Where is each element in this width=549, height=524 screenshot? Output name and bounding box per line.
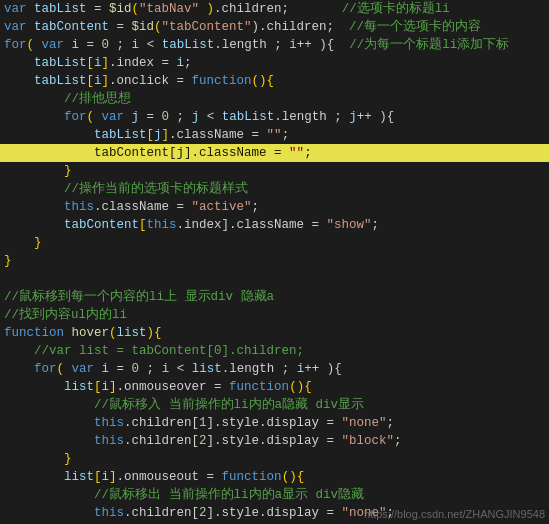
code-token: for (34, 362, 57, 376)
code-token: //排他思想 (4, 92, 131, 106)
code-token: tabContent (64, 218, 139, 232)
code-token: $id (109, 2, 132, 16)
code-token: ].style.display = (207, 434, 342, 448)
code-line: function hover(list){ (0, 324, 549, 342)
code-token: = (109, 362, 132, 376)
code-token: "block" (342, 434, 395, 448)
code-token: list (192, 362, 222, 376)
code-token: [ (87, 74, 95, 88)
code-token: ; (372, 218, 380, 232)
code-token: ; (169, 110, 192, 124)
code-token: var (4, 2, 34, 16)
code-line: //找到内容ul内的li (0, 306, 549, 324)
code-token: ] (102, 56, 110, 70)
code-line: //操作当前的选项卡的标题样式 (0, 180, 549, 198)
code-token: ; (109, 38, 132, 52)
code-token: = (87, 2, 110, 16)
code-token: //找到内容ul内的li (4, 308, 127, 322)
code-token: [ (139, 218, 147, 232)
code-token: 0 (162, 110, 170, 124)
code-token: .children[ (124, 434, 199, 448)
code-token: function (222, 470, 282, 484)
code-token: ; (304, 146, 312, 160)
code-token: .className = (169, 128, 267, 142)
code-token: } (4, 254, 12, 268)
code-token: .children; (214, 2, 289, 16)
code-token: i (94, 74, 102, 88)
code-token: "tabNav" (139, 2, 199, 16)
code-line (0, 270, 549, 288)
code-token: ){ (147, 326, 162, 340)
code-token: ( (87, 110, 102, 124)
code-line: var tabContent = $id("tabContent").child… (0, 18, 549, 36)
code-token: = (139, 110, 162, 124)
code-token: .index].className = (177, 218, 327, 232)
code-token: tabList (222, 110, 275, 124)
code-token (4, 362, 34, 376)
code-token: tabList (94, 128, 147, 142)
code-token (4, 128, 94, 142)
code-line: } (0, 450, 549, 468)
code-token: ] (184, 146, 192, 160)
code-line: tabList[i].index = i; (0, 54, 549, 72)
code-token: tabList (34, 2, 87, 16)
code-token: j (192, 110, 200, 124)
code-token: .onclick = (109, 74, 192, 88)
code-token: ).children; (252, 20, 335, 34)
code-token: = (109, 20, 132, 34)
code-token: .onmouseover = (117, 380, 230, 394)
code-line: //鼠标移入 当前操作的li内的a隐藏 div显示 (0, 396, 549, 414)
code-token: tabList (162, 38, 215, 52)
code-token: } (4, 164, 72, 178)
code-token: (){ (289, 380, 312, 394)
code-editor: var tabList = $id("tabNav" ).children; /… (0, 0, 549, 524)
code-token: [ (147, 128, 155, 142)
code-token: .children[ (124, 506, 199, 520)
code-token: ( (154, 20, 162, 34)
code-token: [ (87, 56, 95, 70)
code-token: for (64, 110, 87, 124)
code-token (4, 200, 64, 214)
code-token: .index = (109, 56, 177, 70)
code-token: //操作当前的选项卡的标题样式 (4, 182, 248, 196)
code-token: = (79, 38, 102, 52)
code-token: "tabContent" (162, 20, 252, 34)
code-token: ; (139, 362, 162, 376)
code-token: for (4, 38, 27, 52)
code-token: < (169, 362, 192, 376)
code-token: 0 (132, 362, 140, 376)
code-line: for( var i = 0 ; i < tabList.length ; i+… (0, 36, 549, 54)
code-token: j (132, 110, 140, 124)
code-token (4, 416, 94, 430)
code-line: tabList[i].onclick = function(){ (0, 72, 549, 90)
code-line: tabList[j].className = ""; (0, 126, 549, 144)
code-token: function (4, 326, 72, 340)
code-token (4, 470, 64, 484)
code-token: //var list = tabContent[0].children; (4, 344, 304, 358)
code-token: this (94, 434, 124, 448)
code-token: "" (289, 146, 304, 160)
code-line: } (0, 234, 549, 252)
code-token (4, 434, 94, 448)
code-line: } (0, 252, 549, 270)
code-token: .className = (94, 200, 192, 214)
code-token: //为每一个标题li添加下标 (334, 38, 509, 52)
code-token: ; (387, 416, 395, 430)
code-token: } (4, 236, 42, 250)
code-token: ++ ){ (297, 38, 335, 52)
code-line: //排他思想 (0, 90, 549, 108)
code-line: //鼠标移出 当前操作的li内的a显示 div隐藏 (0, 486, 549, 504)
code-line: for( var j = 0 ; j < tabList.length ; j+… (0, 108, 549, 126)
code-token (4, 110, 64, 124)
code-token: .length ; (222, 362, 297, 376)
code-token: ++ ){ (357, 110, 395, 124)
code-token: < (199, 110, 222, 124)
code-token: ( (57, 362, 72, 376)
code-token: (){ (282, 470, 305, 484)
code-token: 0 (102, 38, 110, 52)
code-token: var (42, 38, 72, 52)
code-token: function (192, 74, 252, 88)
code-token: j (177, 146, 185, 160)
code-token: hover (72, 326, 110, 340)
code-token: //每一个选项卡的内容 (334, 20, 481, 34)
